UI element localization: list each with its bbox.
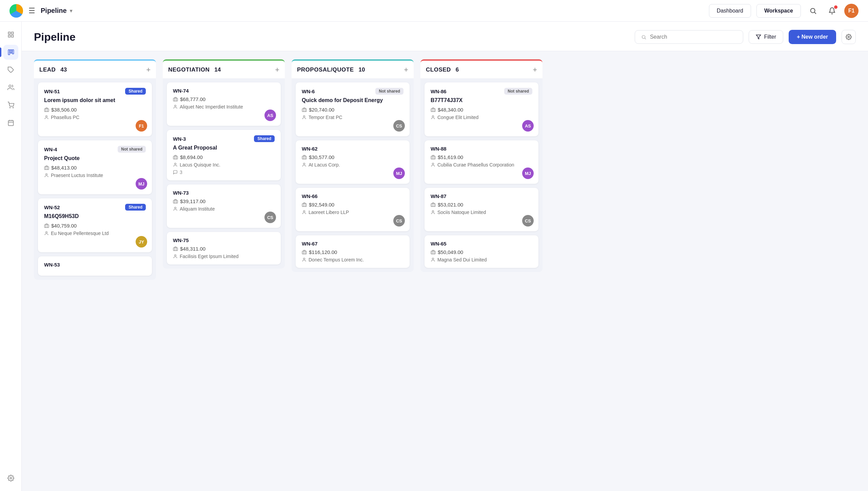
filter-button[interactable]: Filter [749,30,783,44]
card-item[interactable]: WN-52 Shared M16Q59H53D $40,759.00 Eu Ne… [38,198,152,252]
card-amount: $92,549.00 [302,202,403,208]
column-add-btn-closed[interactable]: + [533,65,537,74]
svg-point-17 [10,477,12,479]
search-icon-btn[interactable] [806,4,820,18]
card-id: WN-66 [302,193,318,199]
column-cards-proposal: WN-6 Not shared Quick demo for Deposit E… [292,78,414,272]
sidebar-item-calendar[interactable] [3,115,18,130]
sidebar-item-grid[interactable] [3,27,18,42]
svg-rect-34 [173,248,178,251]
card-amount: $48,413.00 [44,165,146,171]
svg-rect-13 [8,120,13,125]
card-top: WN-51 Shared [44,88,146,95]
column-proposal: PROPOSAL/QUOTE 10 + WN-6 Not shared Quic… [292,59,414,272]
card-amount: $53,021.00 [431,202,532,208]
card-item[interactable]: WN-87 $53,021.00 Sociis Natoque Limited … [425,188,538,231]
card-top: WN-4 Not shared [44,146,146,153]
card-item[interactable]: WN-6 Not shared Quick demo for Deposit E… [296,82,410,136]
card-top: WN-87 [431,193,532,199]
sidebar-item-kanban[interactable] [3,45,18,60]
menu-icon[interactable]: ☰ [28,6,35,15]
page-title: Pipeline [34,31,76,43]
card-amount-value: $68,777.00 [180,96,205,102]
card-item[interactable]: WN-53 [38,256,152,276]
card-name: Project Quote [44,155,146,161]
column-title-negotiation: NEGOTIATION [168,66,210,73]
search-input[interactable] [650,34,737,40]
column-count-closed: 6 [456,66,459,73]
comment-count: 3 [180,170,182,175]
card-company-name: Aliquam Institute [180,206,215,212]
column-count-negotiation: 14 [214,66,221,73]
card-top: WN-53 [44,262,146,268]
card-amount-value: $48,340.00 [438,107,463,113]
filter-icon [756,34,761,40]
workspace-button[interactable]: Workspace [756,4,801,18]
card-item[interactable]: WN-3 Shared A Great Proposal $8,694.00 L… [167,130,281,180]
card-amount-value: $8,694.00 [180,154,203,160]
card-id: WN-75 [173,237,189,243]
card-badge: Shared [125,204,146,211]
card-id: WN-3 [173,136,186,142]
app-logo[interactable] [9,4,23,18]
card-item[interactable]: WN-88 $51,619.00 Cubilia Curae Phasellus… [425,140,538,184]
column-cards-closed: WN-86 Not shared B77T74J37X $48,340.00 C… [420,78,542,272]
svg-rect-7 [10,50,12,53]
people-icon [7,84,14,91]
card-top: WN-67 [302,241,403,247]
card-item[interactable]: WN-62 $30,577.00 At Lacus Corp. MJ [296,140,410,184]
card-item[interactable]: WN-67 $116,120.00 Donec Tempus Lorem Inc… [296,235,410,268]
svg-point-41 [303,211,305,212]
svg-point-45 [432,116,434,117]
svg-point-51 [432,258,434,260]
card-amount-value: $53,021.00 [438,202,463,208]
card-amount: $68,777.00 [173,96,275,102]
card-item[interactable]: WN-75 $48,311.00 Facilisis Eget Ipsum Li… [167,232,281,264]
column-count-proposal: 10 [359,66,365,73]
card-amount-value: $40,759.00 [51,223,77,229]
svg-rect-36 [302,109,307,112]
card-name: A Great Proposal [173,145,275,151]
search-box[interactable] [635,30,743,44]
card-company-name: At Lacus Corp. [309,162,340,168]
card-company-name: Aliquet Nec Imperdiet Institute [180,104,243,110]
column-header-negotiation: NEGOTIATION 14 + [163,59,285,78]
sidebar-item-settings[interactable] [3,471,18,486]
filter-label: Filter [764,34,776,40]
column-add-btn-proposal[interactable]: + [404,65,408,74]
card-id: WN-52 [44,204,60,210]
card-top: WN-66 [302,193,403,199]
card-item[interactable]: WN-65 $50,049.00 Magna Sed Dui Limited [425,235,538,268]
card-item[interactable]: WN-86 Not shared B77T74J37X $48,340.00 C… [425,82,538,136]
svg-rect-46 [431,156,435,159]
column-cards-negotiation: WN-74 $68,777.00 Aliquet Nec Imperdiet I… [163,78,285,269]
card-item[interactable]: WN-66 $92,549.00 Laoreet Libero LLP CS [296,188,410,231]
pipeline-nav-title[interactable]: Pipeline ▼ [41,7,74,15]
sidebar-item-cart[interactable] [3,98,18,113]
svg-point-25 [46,174,47,175]
settings-button[interactable] [842,30,856,44]
avatar-nav[interactable]: F1 [844,4,859,18]
card-item[interactable]: WN-74 $68,777.00 Aliquet Nec Imperdiet I… [167,82,281,126]
sidebar-item-people[interactable] [3,80,18,95]
card-item[interactable]: WN-73 $39,117.00 Aliquam Institute CS [167,184,281,228]
card-amount: $50,049.00 [431,249,532,255]
new-order-button[interactable]: + New order [789,30,836,44]
notifications-icon-btn[interactable] [825,4,839,18]
card-top: WN-65 [431,241,532,247]
svg-rect-42 [302,251,307,254]
card-amount: $48,311.00 [173,246,275,252]
svg-rect-24 [44,166,49,170]
column-add-btn-lead[interactable]: + [146,65,151,74]
card-id: WN-53 [44,262,60,268]
card-item[interactable]: WN-4 Not shared Project Quote $48,413.00… [38,140,152,194]
column-closed: CLOSED 6 + WN-86 Not shared B77T74J37X $… [420,59,542,272]
column-add-btn-negotiation[interactable]: + [275,65,279,74]
svg-point-10 [9,85,11,87]
column-lead: LEAD 43 + WN-51 Shared Lorem ipsum dolor… [34,59,156,280]
card-avatar: MJ [522,168,534,179]
sidebar-item-tag[interactable] [3,62,18,77]
svg-rect-50 [431,251,435,254]
dashboard-button[interactable]: Dashboard [709,4,751,18]
card-item[interactable]: WN-51 Shared Lorem ipsum dolor sit amet … [38,82,152,136]
